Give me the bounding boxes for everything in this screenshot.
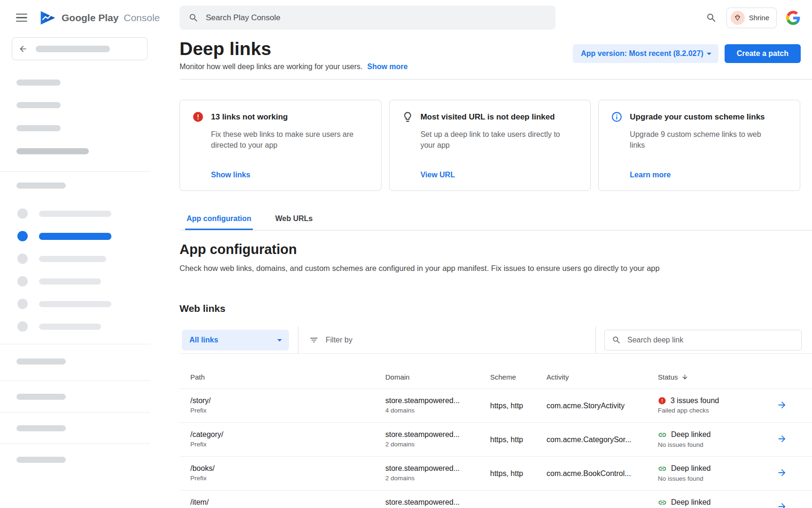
card-title: Most visited URL is not deep linked	[421, 111, 555, 123]
show-more-link[interactable]: Show more	[367, 63, 408, 71]
skeleton-bar	[16, 183, 66, 189]
error-icon	[192, 111, 204, 123]
tab-app-configuration[interactable]: App configuration	[185, 214, 253, 230]
filter-by-button[interactable]: Filter by	[298, 335, 595, 345]
topbar-search-icon[interactable]	[706, 12, 717, 24]
row-detail-arrow-icon[interactable]	[777, 434, 787, 444]
shrine-app-avatar	[731, 11, 745, 25]
view-url-link[interactable]: View URL	[421, 171, 578, 179]
status-header-label: Status	[658, 373, 678, 381]
sidebar-nav-item[interactable]	[0, 299, 150, 309]
back-button[interactable]	[12, 37, 148, 60]
deep-link-search-input[interactable]	[627, 336, 794, 344]
back-arrow-icon	[18, 44, 28, 54]
column-header-domain: Domain	[385, 373, 490, 381]
nav-item-icon-placeholder	[17, 276, 28, 286]
row-status: Deep linked	[671, 498, 711, 507]
filter-by-label: Filter by	[326, 336, 352, 344]
learn-more-link[interactable]: Learn more	[630, 171, 788, 179]
play-console-logo[interactable]: Google Play Console	[39, 10, 160, 25]
web-links-table-body: /story/ Prefix store.steampowered... 4 d…	[180, 389, 812, 508]
row-activity: com.acme.StoryActivity	[547, 402, 658, 410]
row-detail-arrow-icon[interactable]	[777, 468, 787, 478]
skeleton-bar	[16, 102, 61, 108]
google-account-avatar[interactable]	[786, 11, 800, 25]
row-path: /item/	[190, 498, 385, 507]
nav-item-icon-placeholder	[17, 321, 28, 332]
section-title: App configuration	[180, 242, 812, 257]
card-title: Upgrade your custom scheme links	[630, 111, 765, 123]
table-row[interactable]: /category/ Prefix store.steampowered... …	[180, 423, 812, 457]
sidebar-nav-item[interactable]	[0, 254, 150, 264]
sidebar-nav-item[interactable]	[0, 276, 150, 286]
nav-item-icon-placeholder	[17, 231, 28, 241]
skeleton-bar	[16, 79, 61, 86]
show-links-link[interactable]: Show links	[211, 171, 369, 179]
deep-link-search[interactable]	[604, 330, 802, 350]
row-domain-count: 2 domains	[385, 475, 490, 483]
tabs: App configuration Web URLs	[180, 214, 812, 230]
table-row[interactable]: /books/ Prefix store.steampowered... 2 d…	[180, 457, 812, 491]
tab-web-urls[interactable]: Web URLs	[274, 214, 314, 230]
web-links-heading: Web links	[180, 303, 812, 314]
table-row[interactable]: /story/ Prefix store.steampowered... 4 d…	[180, 389, 812, 423]
skeleton-bar	[16, 394, 66, 400]
card-upgrade-scheme-links: Upgrade your custom scheme links Upgrade…	[598, 100, 800, 191]
sort-descending-icon	[681, 373, 688, 381]
column-header-status[interactable]: Status	[658, 373, 774, 381]
app-version-label: App version: Most recent (8.2.027)	[581, 49, 703, 58]
row-domain: store.steampowered...	[385, 430, 490, 439]
table-header-row: Path Domain Scheme Activity Status	[180, 365, 812, 389]
row-activity: com.acme.BookControl...	[547, 469, 658, 478]
section-description: Check how web links, domains, and custom…	[180, 264, 812, 273]
row-detail-arrow-icon[interactable]	[777, 400, 787, 410]
divider	[0, 444, 150, 444]
divider	[0, 381, 150, 381]
search-icon	[188, 13, 199, 23]
sidebar-nav-item[interactable]	[0, 321, 150, 332]
deep-linked-icon	[658, 430, 667, 439]
column-header-activity: Activity	[547, 373, 658, 381]
row-status: 3 issues found	[671, 397, 719, 405]
table-row[interactable]: /item/ store.steampowered... Deep linked	[180, 491, 812, 508]
card-title: 13 links not working	[211, 111, 288, 123]
row-domain-count: 2 domains	[385, 441, 490, 449]
skeleton-bar	[39, 233, 111, 240]
web-links-toolbar: All links Filter by	[180, 326, 812, 354]
app-version-dropdown-icon	[703, 48, 715, 59]
page-title: Deep links	[180, 39, 408, 59]
skeleton-bar	[16, 457, 66, 463]
skeleton-bar	[39, 324, 101, 330]
sidebar-nav-item-active[interactable]	[0, 231, 150, 241]
logo-primary: Google Play	[62, 12, 118, 23]
row-status-detail: Failed app checks	[658, 407, 774, 415]
divider	[0, 171, 150, 172]
divider	[595, 326, 596, 354]
card-body: Fix these web links to make sure users a…	[211, 129, 354, 151]
column-header-path: Path	[180, 373, 385, 381]
google-g-icon	[786, 11, 800, 25]
insight-cards: 13 links not working Fix these web links…	[180, 100, 800, 191]
app-version-dropdown[interactable]: App version: Most recent (8.2.027)	[573, 44, 718, 63]
row-path: /category/	[190, 430, 385, 439]
logo-text: Google Play Console	[62, 12, 160, 24]
filter-icon	[309, 335, 319, 345]
create-patch-button[interactable]: Create a patch	[725, 44, 801, 63]
card-links-not-working: 13 links not working Fix these web links…	[180, 100, 382, 191]
lightbulb-icon	[402, 111, 414, 123]
skeleton-bar	[16, 358, 66, 365]
deep-linked-icon	[658, 498, 667, 507]
sidebar-nav-item[interactable]	[0, 208, 150, 219]
main-content: Deep links Monitor how well deep links a…	[150, 35, 812, 508]
menu-icon[interactable]	[16, 14, 27, 22]
row-path-type: Prefix	[190, 475, 385, 483]
links-filter-dropdown[interactable]: All links	[182, 330, 289, 350]
links-filter-value: All links	[189, 336, 218, 344]
global-search-input[interactable]	[206, 13, 547, 23]
global-search[interactable]	[180, 6, 555, 30]
app-switcher-chip[interactable]: Shrine	[726, 8, 777, 28]
logo-secondary: Console	[124, 12, 160, 23]
skeleton-bar	[39, 278, 101, 285]
error-status-icon	[658, 397, 666, 405]
row-detail-arrow-icon[interactable]	[777, 501, 787, 508]
